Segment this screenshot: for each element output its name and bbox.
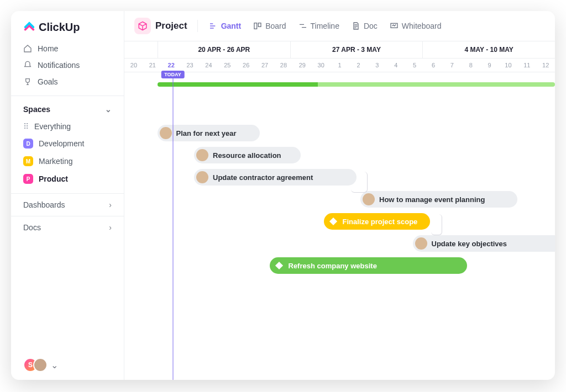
view-label: Timeline <box>311 22 339 30</box>
gantt-task-bar[interactable]: Refresh company website <box>270 257 467 274</box>
day-cell: 24 <box>200 59 218 72</box>
gantt-timeline: 20 APR - 26 APR 27 APR - 3 MAY 4 MAY - 1… <box>124 41 555 380</box>
gantt-task-bar[interactable]: Resource allocation <box>194 147 301 163</box>
project-label: Project <box>155 20 187 31</box>
space-product[interactable]: P Product <box>11 170 124 188</box>
progress-planned <box>318 82 555 87</box>
space-badge: P <box>23 174 33 184</box>
assignee-avatar <box>415 237 427 250</box>
day-cell: 8 <box>462 59 480 72</box>
gantt-task-bar[interactable]: How to manage event planning <box>360 191 517 208</box>
view-tab-board[interactable]: Board <box>252 19 287 33</box>
day-cell: 27 <box>255 59 274 72</box>
view-label: Doc <box>364 22 378 30</box>
day-cell: 1 <box>331 59 349 72</box>
day-cell: 4 <box>386 59 405 72</box>
space-label: Marketing <box>39 157 72 166</box>
app-window: ClickUp Home Notifications Goals Spaces … <box>11 11 555 380</box>
trophy-icon <box>23 77 32 86</box>
progress-complete <box>158 82 318 87</box>
chevron-down-icon: ⌄ <box>105 105 112 114</box>
sidebar: ClickUp Home Notifications Goals Spaces … <box>11 11 124 380</box>
today-line <box>172 71 173 380</box>
gantt-task-bar[interactable]: Finalize project scope <box>324 213 431 230</box>
view-tab-gantt[interactable]: Gantt <box>208 19 243 33</box>
chevron-down-icon: ⌄ <box>51 360 58 370</box>
dependency-line <box>351 172 368 193</box>
gantt-task-bar[interactable]: Update key objectives <box>413 235 555 252</box>
task-label: Refresh company website <box>289 262 377 270</box>
bell-icon <box>23 61 32 70</box>
spaces-header[interactable]: Spaces ⌄ <box>11 96 124 118</box>
section-docs[interactable]: Docs › <box>11 216 124 239</box>
space-everything[interactable]: ⠿ Everything <box>11 118 124 135</box>
view-label: Whiteboard <box>402 22 442 30</box>
whiteboard-icon <box>390 22 399 30</box>
svg-rect-0 <box>254 23 257 29</box>
home-icon <box>23 44 32 53</box>
gantt-task-bar[interactable]: Update contractor agreement <box>194 169 357 186</box>
day-cell: 29 <box>293 59 312 72</box>
day-cell: 5 <box>405 59 424 72</box>
day-cell: 7 <box>443 59 462 72</box>
assignee-avatar <box>196 171 208 183</box>
task-label: Finalize project scope <box>343 218 418 226</box>
day-cell: 26 <box>237 59 255 72</box>
day-cell: 21 <box>143 59 162 72</box>
main-panel: Project Gantt Board Timeline Doc Whit <box>124 11 555 380</box>
view-tab-doc[interactable]: Doc <box>350 19 379 33</box>
day-cell: 6 <box>424 59 443 72</box>
spaces-title: Spaces <box>23 105 50 114</box>
doc-icon <box>352 22 360 30</box>
clickup-logo-icon <box>23 22 35 34</box>
gantt-icon <box>209 22 218 30</box>
day-cell: 25 <box>218 59 237 72</box>
user-avatars[interactable]: S ⌄ <box>11 358 124 372</box>
topbar: Project Gantt Board Timeline Doc Whit <box>124 11 555 41</box>
day-cell: 23 <box>181 59 200 72</box>
grid-dots-icon: ⠿ <box>23 122 29 131</box>
timeline-icon <box>298 22 307 30</box>
chevron-right-icon: › <box>109 200 112 209</box>
space-marketing[interactable]: M Marketing <box>11 152 124 170</box>
day-header-row: 2021222324252627282930123456789101112 <box>124 59 555 72</box>
task-label: Plan for next year <box>176 129 237 137</box>
day-cell: 9 <box>480 59 499 72</box>
milestone-diamond-icon <box>329 218 337 225</box>
assignee-avatar <box>363 193 375 205</box>
today-badge: TODAY <box>161 71 185 78</box>
section-dashboards[interactable]: Dashboards › <box>11 193 124 216</box>
space-label: Product <box>39 174 68 183</box>
avatar-photo <box>33 358 48 372</box>
space-development[interactable]: D Development <box>11 135 124 152</box>
nav-goals[interactable]: Goals <box>11 73 124 90</box>
assignee-avatar <box>160 127 172 139</box>
section-label: Dashboards <box>23 200 65 209</box>
day-cell: 22 <box>162 59 181 72</box>
project-chip[interactable]: Project <box>134 18 187 34</box>
nav-home[interactable]: Home <box>11 40 124 57</box>
milestone-diamond-icon <box>275 262 282 269</box>
day-cell: 12 <box>536 59 555 72</box>
week-label: 4 MAY - 10 MAY <box>422 41 555 58</box>
task-label: Update contractor agreement <box>213 173 313 182</box>
brand-logo[interactable]: ClickUp <box>11 21 124 40</box>
day-cell: 2 <box>349 59 368 72</box>
nav-label: Goals <box>38 77 58 86</box>
dependency-line <box>431 214 442 235</box>
day-cell: 3 <box>368 59 386 72</box>
brand-name: ClickUp <box>39 21 80 34</box>
view-tab-timeline[interactable]: Timeline <box>297 19 340 33</box>
day-cell: 30 <box>312 59 331 72</box>
view-tab-whiteboard[interactable]: Whiteboard <box>389 19 443 33</box>
day-cell: 10 <box>499 59 518 72</box>
day-cell: 20 <box>124 59 143 72</box>
assignee-avatar <box>196 149 208 161</box>
nav-notifications[interactable]: Notifications <box>11 57 124 73</box>
nav-label: Home <box>38 44 58 53</box>
svg-rect-1 <box>259 23 261 27</box>
week-label: 20 APR - 26 APR <box>158 41 290 58</box>
day-cell: 11 <box>517 59 536 72</box>
view-label: Board <box>265 22 286 30</box>
week-header-row: 20 APR - 26 APR 27 APR - 3 MAY 4 MAY - 1… <box>124 41 555 59</box>
